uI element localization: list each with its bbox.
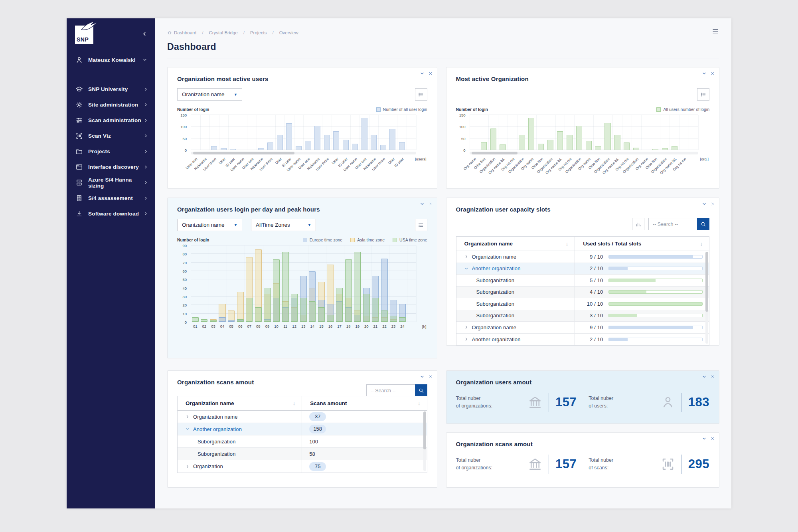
table-row[interactable]: Organization name9/10 (456, 251, 709, 263)
column-header[interactable]: Scans amount↓ (302, 396, 427, 410)
sidebar-item-site-administration[interactable]: Site administration (67, 97, 155, 113)
table-row[interactable]: Suborganization4/10 (456, 287, 709, 299)
column-header[interactable]: Used slots / Total slots↓ (575, 237, 709, 251)
sidebar-item-interface-discovery[interactable]: Interface discovery (67, 159, 155, 175)
bar (380, 145, 386, 150)
breadcrumb-item[interactable]: Dashboard (174, 30, 196, 35)
panel-close-icon[interactable] (428, 201, 433, 206)
stat-divider (681, 393, 682, 412)
panel-close-icon[interactable] (710, 435, 715, 440)
chart-horizontal-scrollbar[interactable] (191, 152, 416, 154)
list-view-button[interactable] (415, 88, 427, 101)
scrollbar-thumb[interactable] (423, 411, 426, 449)
collapse-row-icon[interactable] (464, 267, 468, 271)
sidebar-item-scan-viz[interactable]: Scan Viz (67, 128, 155, 144)
sort-icon[interactable]: ↓ (418, 400, 421, 406)
bar-chart-view-button[interactable] (632, 218, 644, 230)
table-row[interactable]: Another organization158 (178, 423, 427, 435)
table-row[interactable]: Organization name9/10 (456, 322, 709, 334)
scrollbar-thumb[interactable] (705, 252, 708, 312)
y-tick-label: 10 (177, 311, 187, 316)
expand-row-icon[interactable] (464, 337, 468, 341)
x-tick-label: 10 (274, 324, 279, 328)
user-menu[interactable]: Mateusz Kowalski (67, 53, 155, 67)
bar (371, 135, 377, 150)
time-zones-dropdown[interactable]: AllTime Zones ▼ (251, 219, 316, 231)
app-window: SNP Mateusz Kowalski SNP UniversitySite … (67, 18, 731, 508)
search-button[interactable] (697, 218, 709, 230)
breadcrumb-item[interactable]: Crystal Bridge (209, 30, 237, 35)
table-row[interactable]: Suborganization100 (178, 435, 427, 448)
slots-progress-bar (608, 255, 703, 259)
panel-collapse-icon[interactable] (702, 201, 707, 206)
hamburger-menu-icon[interactable] (711, 28, 719, 34)
bar (352, 144, 358, 150)
bar (277, 135, 283, 150)
organization-name-dropdown[interactable]: Oranization name ▼ (177, 88, 242, 101)
sort-icon[interactable]: ↓ (293, 400, 296, 406)
panel-collapse-icon[interactable] (420, 70, 425, 75)
panel-collapse-icon[interactable] (702, 70, 707, 75)
sidebar-item-snp-university[interactable]: SNP University (67, 81, 155, 97)
sliders-icon (75, 117, 83, 124)
sidebar-collapse-icon[interactable] (142, 31, 148, 38)
table-vertical-scrollbar[interactable] (423, 411, 426, 471)
sort-icon[interactable]: ↓ (700, 241, 703, 247)
bar-usa-time-zone (291, 294, 298, 322)
y-tick-label: 100 (177, 125, 187, 129)
table-row[interactable]: Suborganization5/10 (456, 275, 709, 287)
breadcrumb-item[interactable]: Overview (279, 30, 298, 35)
panel-collapse-icon[interactable] (420, 201, 425, 206)
collapse-row-icon[interactable] (186, 427, 190, 431)
panel-close-icon[interactable] (710, 70, 715, 75)
sidebar-item-software-download[interactable]: Software download (67, 206, 155, 222)
table-row[interactable]: Suborganization10/10 (456, 298, 709, 310)
chart-horizontal-scrollbar[interactable] (470, 152, 699, 154)
list-view-button[interactable] (697, 88, 709, 101)
scrollbar-thumb[interactable] (193, 152, 294, 154)
search-input[interactable] (648, 218, 697, 230)
panel-collapse-icon[interactable] (702, 374, 707, 378)
search-input[interactable] (366, 384, 415, 397)
table-vertical-scrollbar[interactable] (705, 252, 708, 344)
table-row[interactable]: Suborganization3/10 (456, 310, 709, 322)
sidebar-item-label: Scan Viz (88, 133, 144, 139)
column-header[interactable]: Organization name↓ (178, 396, 302, 410)
sidebar-item-s-4-assassement[interactable]: S/4 assassement (67, 190, 155, 206)
snp-logo[interactable]: SNP (75, 26, 93, 44)
sort-icon[interactable]: ↓ (566, 241, 569, 247)
bank-icon (528, 457, 542, 471)
total-slots-value: 10 (597, 324, 603, 330)
list-view-button[interactable] (415, 219, 427, 231)
bar-usa-time-zone (354, 252, 361, 322)
organization-name-dropdown[interactable]: Oranization name ▼ (177, 219, 242, 231)
expand-row-icon[interactable] (464, 325, 468, 329)
organization-name: Organization name (472, 324, 517, 330)
panel-close-icon[interactable] (710, 374, 715, 378)
sidebar-item-azure-s-4-hanna-sizing[interactable]: Azure S/4 Hanna sizing (67, 175, 155, 190)
sidebar-item-projects[interactable]: Projects (67, 144, 155, 159)
table-row[interactable]: Organization75 (178, 460, 427, 473)
expand-row-icon[interactable] (186, 415, 190, 419)
organization-name: Organization name (193, 414, 238, 420)
stat-group: Total nuberof scans:295 (589, 455, 709, 474)
panel-collapse-icon[interactable] (702, 435, 707, 440)
panel-close-icon[interactable] (428, 70, 433, 75)
table-row[interactable]: Another organization2/10 (456, 334, 709, 346)
scrollbar-thumb[interactable] (472, 152, 518, 154)
panel-close-icon[interactable] (428, 374, 433, 378)
expand-row-icon[interactable] (186, 465, 190, 469)
table-row[interactable]: Another organization2/10 (456, 263, 709, 275)
table-row[interactable]: Suborganization58 (178, 448, 427, 460)
panel-collapse-icon[interactable] (420, 374, 425, 378)
search-button[interactable] (415, 384, 427, 397)
slots-progress-bar (608, 326, 703, 329)
expand-row-icon[interactable] (464, 255, 468, 259)
breadcrumb-item[interactable]: Projects (250, 30, 267, 35)
graduation-cap-icon (75, 85, 83, 93)
table-row[interactable]: Organization name37 (178, 411, 427, 423)
bar (528, 118, 534, 150)
column-header[interactable]: Organization name↓ (456, 237, 575, 251)
sidebar-item-scan-administration[interactable]: Scan administration (67, 113, 155, 128)
panel-close-icon[interactable] (710, 201, 715, 206)
